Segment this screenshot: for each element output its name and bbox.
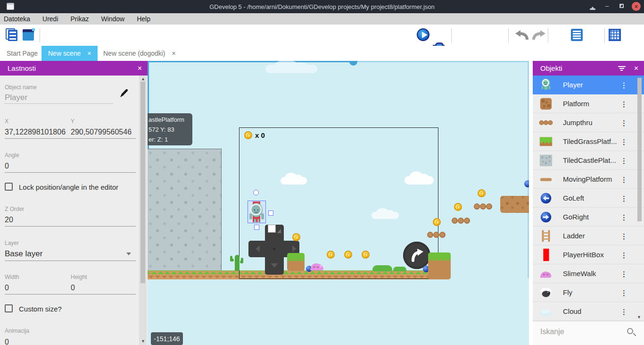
selection-resize-handle[interactable] [254, 225, 259, 230]
search-icon[interactable] [627, 328, 633, 334]
window-border-handle[interactable] [349, 61, 357, 66]
selection-resize-handle[interactable] [268, 210, 273, 216]
properties-scrollbar-thumb[interactable] [140, 82, 145, 283]
bush-object[interactable] [372, 265, 392, 271]
object-row-slimewalk[interactable]: SlimeWalk ⋮ [533, 264, 644, 283]
layer-select[interactable]: Base layer [5, 249, 42, 259]
chevron-down-icon[interactable] [126, 252, 131, 258]
object-menu-icon[interactable]: ⋮ [620, 81, 627, 90]
slime-object[interactable] [309, 260, 325, 271]
scroll-down-icon[interactable]: ▼ [141, 339, 145, 344]
jump-button-object[interactable] [403, 242, 430, 269]
width-field[interactable]: 0 [5, 284, 9, 292]
object-menu-icon[interactable]: ⋮ [620, 100, 627, 109]
coin-object[interactable] [292, 233, 300, 241]
object-row-playerhitbox[interactable]: PlayerHitBox ⋮ [533, 245, 644, 264]
tab-close-icon[interactable]: × [87, 50, 91, 57]
object-row-goleft[interactable]: GoLeft ⋮ [533, 189, 644, 208]
jumpthru-object[interactable] [474, 203, 480, 210]
coin-object[interactable] [478, 189, 486, 197]
height-field[interactable]: 0 [71, 284, 75, 292]
jumpthru-object[interactable] [458, 218, 464, 224]
close-icon[interactable]: × [138, 64, 142, 73]
object-name-field[interactable]: Player [5, 93, 27, 102]
platform-object[interactable] [500, 196, 529, 213]
selection-rotate-handle[interactable] [253, 190, 259, 195]
close-button[interactable]: × [632, 2, 641, 11]
coin-object[interactable] [362, 251, 370, 259]
object-row-jumpthru[interactable]: Jumpthru ⋮ [533, 113, 644, 132]
custom-size-checkbox[interactable] [5, 304, 13, 312]
object-row-tiledcastle[interactable]: TiledCastlePlat... ⋮ [533, 151, 644, 170]
object-menu-icon[interactable]: ⋮ [620, 157, 627, 165]
z-order-field[interactable]: 20 [5, 216, 13, 224]
scene-editor-canvas[interactable]: astlePlatform 572 Y: 83 er: Z: 1 x 0 [148, 61, 529, 345]
scene-window-icon[interactable] [23, 29, 34, 41]
edit-pencil-icon[interactable] [119, 88, 129, 99]
object-row-platform[interactable]: Platform ⋮ [533, 94, 644, 113]
object-row-player[interactable]: Player ⋮ [533, 76, 644, 94]
object-menu-icon[interactable]: ⋮ [620, 213, 627, 222]
coin-object[interactable] [344, 251, 352, 259]
jumpthru-object[interactable] [439, 232, 446, 238]
tab-new-scene-events[interactable]: New scene (dogodki) × [97, 46, 182, 61]
restore-button[interactable] [619, 4, 624, 8]
jumpthru-object[interactable] [452, 218, 458, 224]
x-field[interactable]: 37,122898101806 [5, 128, 66, 136]
player-object-selected[interactable] [248, 201, 266, 223]
menu-uredi[interactable]: Uredi [42, 15, 58, 23]
filter-icon[interactable] [618, 65, 626, 72]
object-menu-icon[interactable]: ⋮ [620, 119, 627, 127]
animation-field[interactable]: 0 [5, 338, 9, 345]
hud-coin-icon[interactable] [244, 131, 252, 139]
object-menu-icon[interactable]: ⋮ [620, 138, 627, 146]
object-menu-icon[interactable]: ⋮ [620, 308, 627, 316]
object-row-movingplatform[interactable]: MovingPlatform ⋮ [533, 170, 644, 189]
lock-position-checkbox[interactable] [5, 183, 13, 191]
redo-icon[interactable] [532, 30, 546, 41]
object-menu-icon[interactable]: ⋮ [620, 194, 627, 203]
jumpthru-object[interactable] [427, 232, 433, 238]
selection-resize-handle[interactable] [268, 225, 276, 233]
jumpthru-object[interactable] [464, 218, 470, 224]
play-icon[interactable] [417, 28, 429, 41]
object-menu-icon[interactable]: ⋮ [620, 289, 627, 297]
close-icon[interactable]: × [634, 64, 638, 73]
objects-scrollbar-thumb[interactable] [637, 78, 642, 221]
y-field[interactable]: 290,50799560546 [71, 128, 132, 136]
coin-object[interactable] [327, 251, 335, 259]
object-row-fly[interactable]: Fly ⋮ [533, 283, 644, 302]
jumpthru-object[interactable] [433, 232, 439, 238]
tiled-castle-platform-object[interactable] [148, 149, 222, 270]
object-row-tiledgrass[interactable]: TiledGrassPlatf... ⋮ [533, 132, 644, 151]
menu-help[interactable]: Help [137, 15, 150, 23]
tab-new-scene[interactable]: New scene × [41, 46, 98, 61]
coin-object[interactable] [433, 218, 441, 226]
bush-object[interactable] [393, 267, 406, 271]
tab-start-page[interactable]: Start Page [0, 46, 44, 61]
menu-datoteka[interactable]: Datoteka [4, 15, 30, 23]
menu-prikaz[interactable]: Prikaz [71, 15, 89, 23]
grass-block-object[interactable] [428, 252, 451, 279]
jumpthru-object[interactable] [480, 203, 486, 210]
tab-close-icon[interactable]: × [172, 50, 176, 57]
object-row-cloud[interactable]: Cloud ⋮ [533, 302, 644, 321]
angle-field[interactable]: 0 [5, 162, 9, 170]
search-input[interactable] [539, 327, 619, 337]
minimize-button[interactable]: – [605, 3, 609, 9]
bullet-object[interactable] [524, 180, 529, 187]
scroll-down-icon[interactable]: ▼ [637, 315, 641, 320]
dpad-down-arrow-icon[interactable] [271, 263, 278, 271]
cloud-object[interactable] [372, 212, 399, 219]
undo-icon[interactable] [515, 30, 529, 41]
jumpthru-object[interactable] [486, 203, 492, 210]
dpad-right-arrow-icon[interactable] [292, 245, 300, 252]
object-row-ladder[interactable]: Ladder ⋮ [533, 227, 644, 245]
scroll-up-icon[interactable]: ▲ [141, 76, 145, 81]
menu-window[interactable]: Window [101, 15, 124, 23]
object-menu-icon[interactable]: ⋮ [620, 232, 627, 241]
object-row-goright[interactable]: GoRight ⋮ [533, 208, 644, 227]
grid-icon[interactable] [609, 29, 621, 41]
cactus-object[interactable] [230, 255, 243, 271]
object-menu-icon[interactable]: ⋮ [620, 176, 627, 184]
